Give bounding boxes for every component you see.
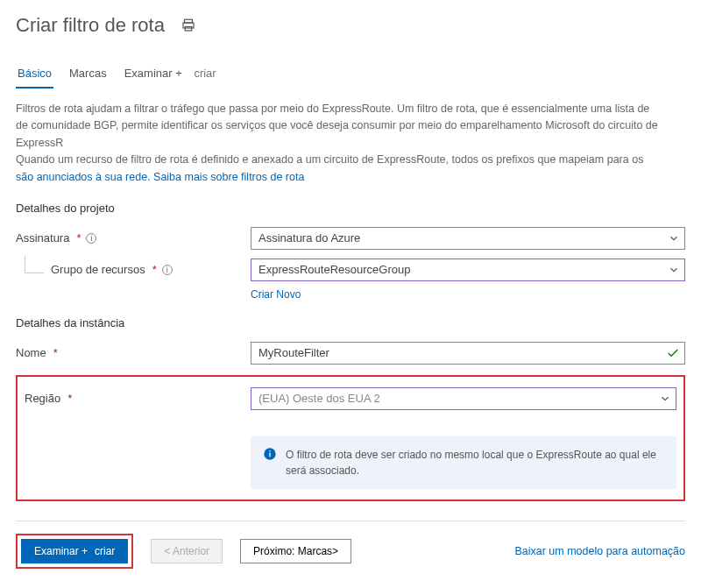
tab-basico[interactable]: Básico [16, 61, 53, 89]
tabs: Básico Marcas Examinar + criar [16, 61, 685, 89]
download-template-link[interactable]: Baixar um modelo para automação [514, 545, 685, 557]
info-icon[interactable]: i [86, 233, 96, 244]
required-indicator: * [152, 263, 157, 276]
info-icon[interactable]: i [162, 265, 173, 275]
info-icon [263, 447, 277, 461]
review-create-button[interactable]: Examinar +criar [21, 539, 128, 563]
name-label: Nome [16, 346, 46, 359]
subscription-select[interactable]: Assinatura do Azure [251, 227, 685, 250]
required-indicator: * [53, 346, 58, 359]
learn-more-link[interactable]: são anunciados à sua rede. Saiba mais so… [16, 171, 304, 183]
region-label: Região [25, 392, 60, 405]
region-highlight: Região * (EUA) Oeste dos EUA 2 O filtro … [16, 375, 685, 501]
region-info-banner: O filtro de rota deve ser criado no mesm… [251, 436, 676, 489]
check-icon [666, 346, 680, 360]
create-new-link[interactable]: Criar Novo [251, 288, 685, 301]
region-info-text: O filtro de rota deve ser criado no mesm… [286, 447, 664, 478]
description-text: Filtros de rota ajudam a filtrar o tráfe… [16, 101, 685, 186]
resource-group-select[interactable]: ExpressRouteResourceGroup [251, 259, 685, 281]
svg-rect-5 [269, 450, 270, 451]
required-indicator: * [67, 392, 72, 405]
tab-marcas[interactable]: Marcas [67, 61, 109, 89]
previous-button: < Anterior [151, 539, 223, 563]
name-input[interactable]: MyRouteFilter [251, 342, 685, 365]
tab-examinar-criar[interactable]: Examinar + criar [123, 61, 218, 89]
svg-rect-2 [185, 27, 192, 32]
instance-details-heading: Detalhes da instância [16, 316, 685, 329]
project-details-heading: Detalhes do projeto [16, 202, 685, 215]
page-title: Criar filtro de rota [16, 14, 165, 37]
tab-examinar-label: Examinar + [124, 67, 182, 80]
region-select[interactable]: (EUA) Oeste dos EUA 2 [251, 387, 676, 410]
print-icon[interactable] [181, 18, 196, 33]
svg-rect-4 [269, 453, 270, 457]
subscription-label: Assinatura [16, 231, 69, 244]
required-indicator: * [76, 231, 81, 244]
resource-group-label: Grupo de recursos [51, 263, 145, 276]
next-button[interactable]: Próximo: Marcas> [240, 539, 351, 563]
primary-button-highlight: Examinar +criar [16, 534, 133, 569]
tab-criar-label: criar [194, 67, 216, 80]
